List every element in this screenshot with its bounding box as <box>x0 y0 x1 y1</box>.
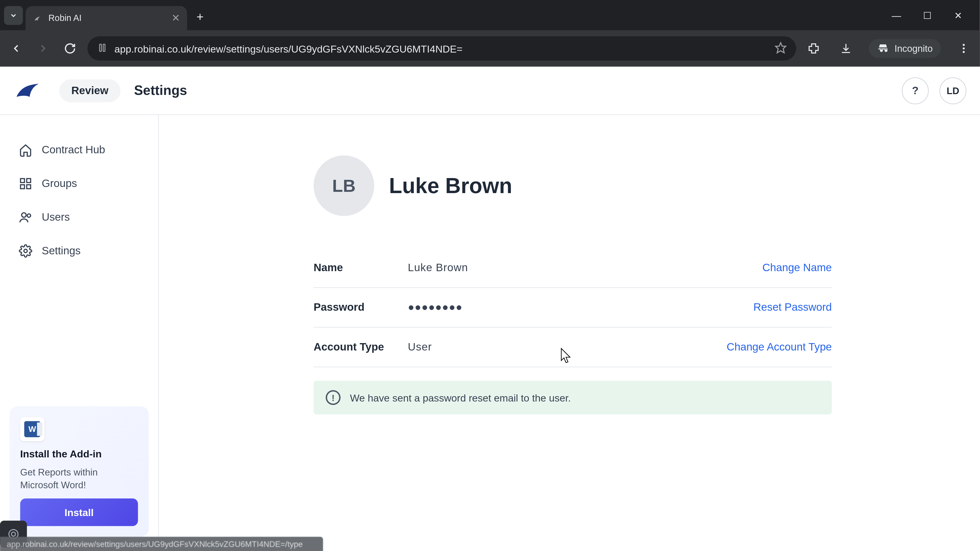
tab-strip: Robin AI ✕ + — ☐ ✕ <box>0 0 980 30</box>
alert-message: We have sent a password reset email to t… <box>350 392 571 403</box>
incognito-icon <box>877 42 889 54</box>
browser-menu-icon[interactable] <box>954 39 973 58</box>
review-nav-pill[interactable]: Review <box>59 79 121 102</box>
sidebar-item-contract-hub[interactable]: Contract Hub <box>10 135 149 165</box>
svg-point-5 <box>963 51 965 53</box>
svg-rect-6 <box>21 179 24 183</box>
field-row-name: Name Luke Brown Change Name <box>313 248 832 288</box>
status-link-preview: app.robinai.co.uk/review/settings/users/… <box>0 537 323 551</box>
app-header: Review Settings ? LD <box>0 67 980 115</box>
svg-point-3 <box>963 44 965 46</box>
downloads-icon[interactable] <box>837 39 856 58</box>
change-account-type-link[interactable]: Change Account Type <box>727 341 832 353</box>
addin-title: Install the Add-in <box>20 448 138 460</box>
address-url: app.robinai.co.uk/review/settings/users/… <box>115 43 463 54</box>
field-label: Account Type <box>313 341 408 353</box>
svg-rect-1 <box>103 44 105 51</box>
incognito-indicator[interactable]: Incognito <box>869 39 941 58</box>
sidebar-item-groups[interactable]: Groups <box>10 169 149 198</box>
users-icon <box>19 210 32 224</box>
svg-marker-2 <box>776 42 786 52</box>
address-bar[interactable]: app.robinai.co.uk/review/settings/users/… <box>88 36 796 60</box>
tab-title: Robin AI <box>48 13 82 23</box>
field-row-account-type: Account Type User Change Account Type <box>313 327 832 367</box>
profile-full-name: Luke Brown <box>389 173 512 198</box>
site-settings-icon[interactable] <box>97 42 108 55</box>
svg-point-14 <box>11 532 16 536</box>
sidebar-item-label: Contract Hub <box>41 144 105 156</box>
sidebar: Contract Hub Groups Users Settings <box>0 115 159 551</box>
reset-password-link[interactable]: Reset Password <box>753 301 832 313</box>
svg-rect-8 <box>21 185 24 189</box>
addin-subtitle: Get Reports within Microsoft Word! <box>20 466 138 492</box>
sidebar-item-label: Settings <box>41 245 80 257</box>
incognito-label: Incognito <box>894 43 933 54</box>
bookmark-star-icon[interactable] <box>775 41 787 56</box>
tab-search-caret[interactable] <box>4 6 23 24</box>
nav-reload-button[interactable] <box>60 39 80 58</box>
app-body: Contract Hub Groups Users Settings <box>0 115 980 551</box>
address-row: app.robinai.co.uk/review/settings/users/… <box>0 30 980 67</box>
new-tab-button[interactable]: + <box>190 7 210 27</box>
field-value: Luke Brown <box>408 262 762 274</box>
svg-point-11 <box>27 214 30 218</box>
word-app-icon: W <box>20 417 45 441</box>
sidebar-item-label: Groups <box>41 178 77 189</box>
window-minimize-button[interactable]: — <box>887 10 906 21</box>
svg-point-4 <box>963 48 965 49</box>
gear-icon <box>19 244 32 258</box>
help-button[interactable]: ? <box>902 77 929 104</box>
page-title: Settings <box>134 83 187 98</box>
nav-back-button[interactable] <box>6 39 25 58</box>
profile-header: LB Luke Brown <box>313 156 939 216</box>
svg-rect-7 <box>27 179 30 183</box>
word-glyph: W <box>24 421 40 437</box>
browser-chrome: Robin AI ✕ + — ☐ ✕ <box>0 0 980 67</box>
field-value: ●●●●●●●● <box>408 301 753 313</box>
sidebar-item-label: Users <box>41 211 70 223</box>
profile-avatar: LB <box>313 156 374 216</box>
help-icon: ? <box>912 84 918 97</box>
browser-tab[interactable]: Robin AI ✕ <box>25 6 187 30</box>
svg-point-10 <box>22 213 26 218</box>
sidebar-item-users[interactable]: Users <box>10 203 149 232</box>
svg-rect-0 <box>100 44 101 51</box>
svg-rect-9 <box>27 185 30 189</box>
chevron-down-icon <box>10 11 18 19</box>
current-user-avatar[interactable]: LD <box>939 77 966 104</box>
svg-point-12 <box>24 249 27 252</box>
brand-logo-icon[interactable] <box>14 79 46 101</box>
field-label: Name <box>313 262 408 274</box>
field-value: User <box>408 341 727 353</box>
home-icon <box>19 143 32 157</box>
window-controls: — ☐ ✕ <box>887 10 980 21</box>
window-maximize-button[interactable]: ☐ <box>918 10 937 21</box>
field-row-password: Password ●●●●●●●● Reset Password <box>313 288 832 328</box>
favicon-icon <box>32 13 43 23</box>
field-label: Password <box>313 301 408 313</box>
window-close-button[interactable]: ✕ <box>949 10 968 21</box>
password-reset-alert: ! We have sent a password reset email to… <box>313 381 832 414</box>
addin-promo-card: W Install the Add-in Get Reports within … <box>10 407 149 537</box>
nav-forward-button[interactable] <box>34 39 52 58</box>
install-addin-button[interactable]: Install <box>20 499 138 526</box>
grid-icon <box>19 177 32 191</box>
main-content: LB Luke Brown Name Luke Brown Change Nam… <box>159 115 980 551</box>
change-name-link[interactable]: Change Name <box>762 262 832 274</box>
tab-close-icon[interactable]: ✕ <box>172 12 180 24</box>
extensions-icon[interactable] <box>804 39 823 58</box>
sidebar-item-settings[interactable]: Settings <box>10 236 149 266</box>
info-icon: ! <box>326 390 340 405</box>
